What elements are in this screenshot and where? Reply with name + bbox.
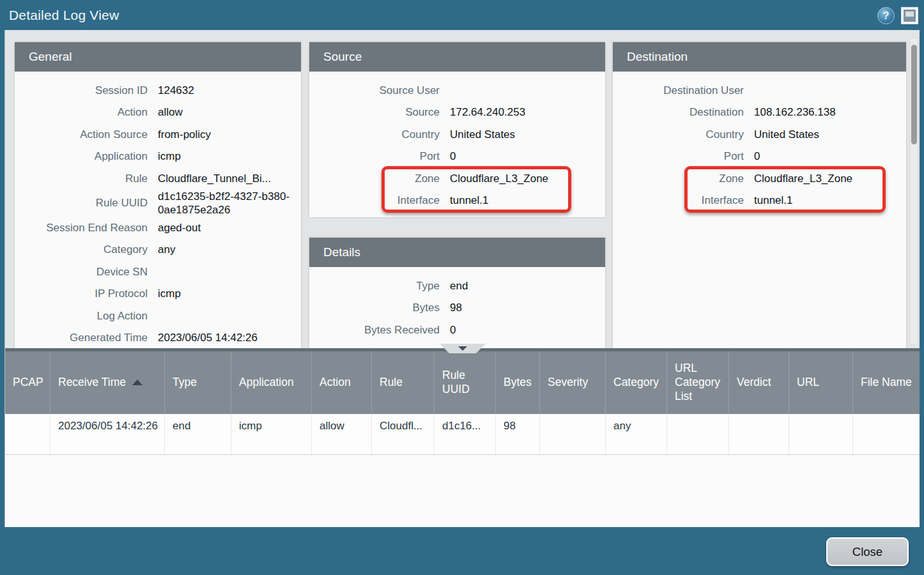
field-value: Cloudflare_L3_Zone [440, 172, 605, 185]
field-row-interface: Interfacetunnel.1 [613, 190, 906, 212]
column-header-file-name[interactable]: File Name [853, 351, 920, 414]
dialog-footer: Close [0, 527, 924, 575]
log-table-header: PCAP Receive Time Type Application Actio… [5, 348, 920, 414]
field-value: 98 [440, 301, 605, 314]
field-value: end [440, 279, 605, 293]
field-row-interface: Interfacetunnel.1 [309, 190, 605, 212]
field-row-category: Categoryany [15, 239, 301, 261]
field-row-port: Port0 [613, 146, 906, 168]
close-button[interactable]: Close [826, 537, 909, 566]
column-header-application[interactable]: Application [231, 351, 312, 414]
destination-panel-header: Destination [613, 42, 906, 72]
column-label: Category [613, 376, 659, 390]
field-label: Country [309, 128, 440, 141]
vertical-scrollbar-thumb[interactable] [911, 45, 917, 144]
destination-panel: Destination Destination User Destination… [613, 42, 906, 348]
field-row-zone: ZoneCloudflare_L3_Zone [309, 167, 605, 190]
titlebar: Detailed Log View ? [0, 0, 924, 30]
field-label: Generated Time [15, 331, 148, 344]
field-label: Zone [309, 172, 440, 185]
field-row-port: Port0 [309, 146, 605, 168]
field-value: 0 [440, 150, 605, 163]
column-label: Application [239, 376, 294, 390]
field-label: Session End Reason [15, 221, 148, 234]
cell-url-category-list [667, 414, 729, 454]
field-label: Application [15, 150, 148, 163]
field-row-rule-uuid: Rule UUIDd1c16235-b2f2-4327-b380-0ae1875… [15, 190, 301, 217]
column-header-rule[interactable]: Rule [372, 351, 435, 414]
field-label: Action [15, 105, 148, 119]
field-value: d1c16235-b2f2-4327-b380-0ae1875e2a26 [148, 190, 301, 217]
column-header-receive-time[interactable]: Receive Time [50, 351, 165, 414]
destination-panel-body: Destination User Destination108.162.236.… [613, 72, 906, 211]
field-value: icmp [148, 287, 301, 300]
general-panel-header: General [15, 42, 301, 72]
field-value: 2023/06/05 14:42:26 [148, 331, 301, 344]
cell-verdict [729, 414, 789, 454]
field-label: IP Protocol [15, 287, 148, 300]
cell-url [789, 414, 853, 454]
column-header-rule-uuid[interactable]: Rule UUID [435, 351, 496, 414]
field-row-type: Typeend [309, 275, 605, 297]
column-header-severity[interactable]: Severity [540, 351, 606, 414]
field-row-source-user: Source User [309, 79, 605, 102]
field-label: Action Source [15, 128, 148, 141]
field-row-session-id: Session ID124632 [15, 79, 301, 102]
field-value: icmp [148, 150, 301, 163]
field-value: allow [148, 105, 301, 119]
column-label: URL Category List [675, 362, 723, 404]
cell-receive-time: 2023/06/05 14:42:26 [50, 414, 165, 454]
field-value: tunnel.1 [744, 194, 906, 207]
column-label: Rule UUID [442, 369, 490, 397]
column-header-url-category-list[interactable]: URL Category List [667, 351, 729, 414]
field-value: any [148, 243, 301, 256]
general-panel-body: Session ID124632 Actionallow Action Sour… [15, 72, 301, 348]
maximize-window-icon-inner [904, 10, 916, 22]
cell-bytes: 98 [496, 414, 540, 454]
column-header-category[interactable]: Category [606, 351, 667, 414]
column-header-verdict[interactable]: Verdict [729, 351, 789, 414]
dialog-title: Detailed Log View [9, 0, 119, 30]
field-row-destination-user: Destination User [613, 79, 906, 102]
cell-action: allow [312, 414, 372, 454]
cell-rule-uuid: d1c16... [435, 414, 496, 454]
field-label: Rule [15, 172, 148, 185]
field-value: tunnel.1 [440, 194, 605, 207]
help-icon[interactable]: ? [877, 7, 895, 24]
cell-file-name [853, 414, 920, 454]
maximize-window-icon-pane [905, 12, 914, 17]
sort-ascending-icon [132, 379, 142, 385]
field-value: 124632 [148, 84, 301, 97]
field-row-action-source: Action Sourcefrom-policy [15, 123, 301, 146]
field-label: Country [613, 128, 744, 141]
column-header-type[interactable]: Type [165, 351, 231, 414]
column-label: Severity [548, 376, 588, 390]
field-label: Destination User [613, 84, 744, 97]
field-label: Source User [309, 84, 440, 97]
log-table-row[interactable]: 2023/06/05 14:42:26 end icmp allow Cloud… [5, 414, 920, 455]
column-label: Type [173, 376, 197, 390]
field-label: Interface [309, 194, 440, 207]
maximize-window-icon[interactable] [901, 7, 918, 24]
column-header-pcap[interactable]: PCAP [5, 351, 50, 414]
field-value: from-policy [148, 128, 301, 141]
field-row-application: Applicationicmp [15, 146, 301, 168]
chevron-down-icon [458, 346, 467, 351]
field-row-bytes-received: Bytes Received0 [309, 319, 605, 341]
column-header-bytes[interactable]: Bytes [496, 351, 540, 414]
field-label: Device SN [15, 265, 148, 279]
general-panel: General Session ID124632 Actionallow Act… [15, 42, 301, 348]
field-label: Log Action [15, 309, 148, 323]
field-label: Bytes Received [309, 323, 440, 337]
column-header-url[interactable]: URL [789, 351, 853, 414]
cell-type: end [165, 414, 231, 454]
field-label: Zone [613, 172, 744, 185]
source-panel-header: Source [309, 42, 605, 72]
field-row-destination: Destination108.162.236.138 [613, 102, 906, 124]
vertical-scrollbar[interactable] [910, 38, 918, 344]
field-value: 108.162.236.138 [744, 105, 906, 119]
field-row-country: CountryUnited States [309, 123, 605, 146]
column-header-action[interactable]: Action [312, 351, 372, 414]
field-row-action: Actionallow [15, 102, 301, 124]
field-row-log-action: Log Action [15, 305, 301, 327]
